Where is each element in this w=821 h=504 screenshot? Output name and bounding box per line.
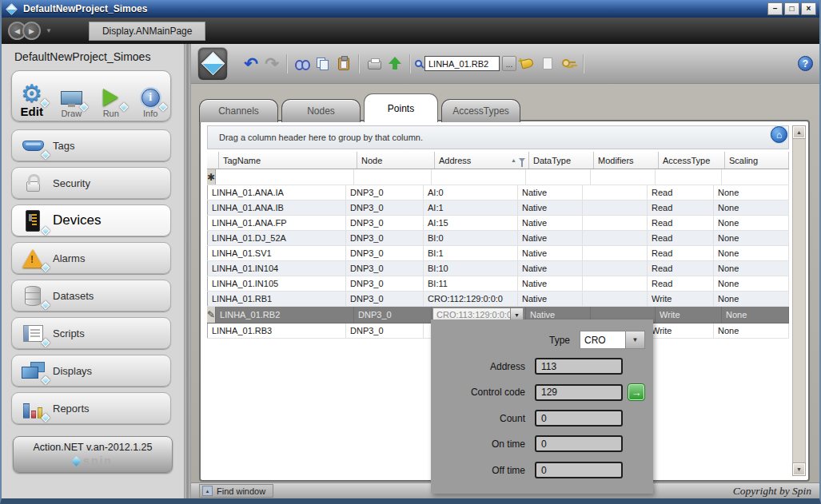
cell-scaling[interactable]: None	[714, 200, 789, 215]
tag-search-input[interactable]: LINHA_01.RB2	[424, 56, 500, 71]
cell-datatype[interactable]: Native	[518, 261, 583, 276]
find-button[interactable]	[293, 53, 312, 75]
redo-button[interactable]: ↷	[262, 53, 281, 75]
cell-scaling[interactable]: None	[714, 246, 789, 260]
cell-modifiers[interactable]	[583, 292, 648, 306]
cell-node[interactable]: DNP3_0	[346, 200, 424, 215]
cell-scaling[interactable]: None	[714, 276, 789, 291]
control-code-input[interactable]: 129	[535, 384, 623, 401]
cell-node[interactable]: DNP3_0	[346, 261, 424, 276]
table-row[interactable]: LINHA_01.SV1DNP3_0BI:1NativeReadNone	[207, 246, 789, 261]
cell-scaling[interactable]: None	[722, 307, 789, 323]
cell-address[interactable]: BI:11	[424, 276, 518, 291]
cell-modifiers[interactable]	[583, 185, 648, 200]
header-node[interactable]: Node	[357, 152, 435, 169]
cell-tagname[interactable]: LINHA_01.IN105	[208, 276, 346, 291]
copy-button[interactable]	[313, 53, 333, 75]
cell-node[interactable]: DNP3_0	[346, 216, 424, 230]
header-tagname[interactable]: TagName	[219, 152, 357, 169]
cell-tagname[interactable]: LINHA_01.DJ_52A	[208, 231, 346, 245]
cell-address[interactable]: BI:10	[424, 261, 518, 276]
cell-tagname[interactable]: LINHA_01.RB3	[208, 323, 346, 338]
cell-accesstype[interactable]: Write	[648, 323, 714, 338]
mode-draw[interactable]: Draw	[58, 87, 84, 118]
cell-address[interactable]: CRO:112:129:0:0:0	[424, 292, 518, 306]
table-row[interactable]: LINHA_01.ANA.IADNP3_0AI:0NativeReadNone	[207, 185, 789, 200]
header-address[interactable]: Address ▲	[435, 152, 529, 169]
header-scaling[interactable]: Scaling	[725, 152, 789, 169]
cell-node[interactable]: DNP3_0	[346, 323, 424, 338]
app-logo-button[interactable]	[197, 47, 228, 81]
table-row[interactable]: LINHA_01.ANA.IBDNP3_0AI:1NativeReadNone	[207, 200, 789, 216]
cell-accesstype[interactable]: Read	[648, 261, 714, 276]
cell-modifiers[interactable]	[583, 246, 648, 260]
sidebar-item-devices[interactable]: Devices	[11, 204, 171, 236]
cell-datatype[interactable]: Native	[518, 216, 583, 230]
cell-tagname[interactable]: LINHA_01.SV1	[208, 246, 346, 260]
table-row[interactable]: LINHA_01.IN105DNP3_0BI:11NativeReadNone	[207, 276, 789, 292]
on-time-input[interactable]: 0	[535, 435, 623, 452]
cell-datatype[interactable]: Native	[518, 200, 583, 215]
cell-node[interactable]: DNP3_0	[346, 276, 424, 291]
vertical-scrollbar[interactable]: ▲ ▼	[792, 125, 806, 476]
cell-tagname[interactable]: LINHA_01.ANA.IA	[208, 185, 346, 200]
cell-modifiers[interactable]	[583, 200, 648, 215]
table-row[interactable]: LINHA_01.DJ_52ADNP3_0BI:0NativeReadNone	[207, 231, 789, 246]
find-window-button[interactable]: ▲ Find window	[199, 484, 273, 498]
cell-modifiers[interactable]	[583, 216, 648, 230]
cell-accesstype[interactable]: Read	[648, 216, 714, 230]
cell-tagname[interactable]: LINHA_01.IN104	[208, 261, 346, 276]
cell-tagname[interactable]: LINHA_01.RB1	[208, 292, 346, 306]
header-accesstype[interactable]: AccessType	[659, 152, 725, 169]
cell-accesstype[interactable]: Read	[648, 276, 714, 291]
home-button[interactable]: ⌂	[771, 126, 787, 143]
cell-modifiers[interactable]	[583, 231, 648, 245]
print-button[interactable]	[365, 53, 384, 75]
sidebar-item-scripts[interactable]: Scripts	[11, 317, 171, 349]
cell-address[interactable]: BI:0	[424, 231, 518, 245]
mode-info[interactable]: i Info	[137, 87, 163, 118]
cell-scaling[interactable]: None	[714, 323, 789, 338]
tab-accesstypes[interactable]: AccessTypes	[441, 99, 520, 122]
forward-button[interactable]: ▶	[22, 22, 41, 40]
cell-datatype[interactable]: Native	[518, 292, 583, 306]
browse-tags-button[interactable]: ...	[502, 56, 516, 71]
dropdown-arrow-icon[interactable]: ▼	[626, 331, 645, 349]
help-button[interactable]: ?	[798, 56, 813, 71]
cell-accesstype[interactable]: Read	[648, 200, 714, 215]
cell-accesstype[interactable]: Read	[648, 231, 714, 245]
sidebar-item-security[interactable]: Security	[11, 167, 171, 199]
cell-tagname[interactable]: LINHA_01.RB2	[216, 307, 354, 323]
off-time-input[interactable]: 0	[535, 462, 623, 478]
cell-scaling[interactable]: None	[714, 231, 789, 245]
tab-points[interactable]: Points	[364, 93, 438, 122]
mode-edit[interactable]: ⚙ Edit	[19, 83, 45, 118]
scroll-up-icon[interactable]: ▲	[793, 126, 805, 138]
cell-modifiers[interactable]	[583, 261, 648, 276]
type-dropdown[interactable]: CRO ▼	[580, 331, 645, 349]
cell-modifiers[interactable]	[583, 276, 648, 291]
tab-nodes[interactable]: Nodes	[281, 99, 361, 122]
cell-accesstype[interactable]: Read	[648, 185, 714, 200]
cell-datatype[interactable]: Native	[518, 231, 583, 245]
tab-channels[interactable]: Channels	[199, 99, 278, 122]
cell-address[interactable]: AI:15	[424, 216, 518, 230]
cell-tagname[interactable]: LINHA_01.ANA.FP	[208, 216, 346, 230]
close-button[interactable]: ×	[801, 2, 816, 15]
table-row[interactable]: LINHA_01.IN104DNP3_0BI:10NativeReadNone	[207, 261, 789, 276]
cell-datatype[interactable]: Native	[518, 276, 583, 291]
minimize-button[interactable]: –	[767, 2, 783, 15]
cell-address[interactable]: BI:1	[424, 246, 518, 260]
new-row[interactable]: ✱	[207, 169, 789, 185]
page-tab[interactable]: Display.ANMainPage	[89, 22, 206, 41]
apply-button[interactable]: →	[628, 383, 645, 401]
cell-address[interactable]: AI:0	[424, 185, 518, 200]
cell-address[interactable]: AI:1	[424, 200, 518, 215]
paste-button[interactable]	[334, 53, 353, 75]
sidebar-item-displays[interactable]: Displays	[11, 355, 171, 387]
new-page-button[interactable]	[538, 53, 557, 75]
cell-accesstype[interactable]: Read	[648, 246, 714, 260]
cell-tagname[interactable]: LINHA_01.ANA.IB	[208, 200, 346, 215]
group-by-bar[interactable]: Drag a column header here to group by th…	[207, 125, 789, 149]
sidebar-item-reports[interactable]: Reports	[11, 392, 171, 424]
